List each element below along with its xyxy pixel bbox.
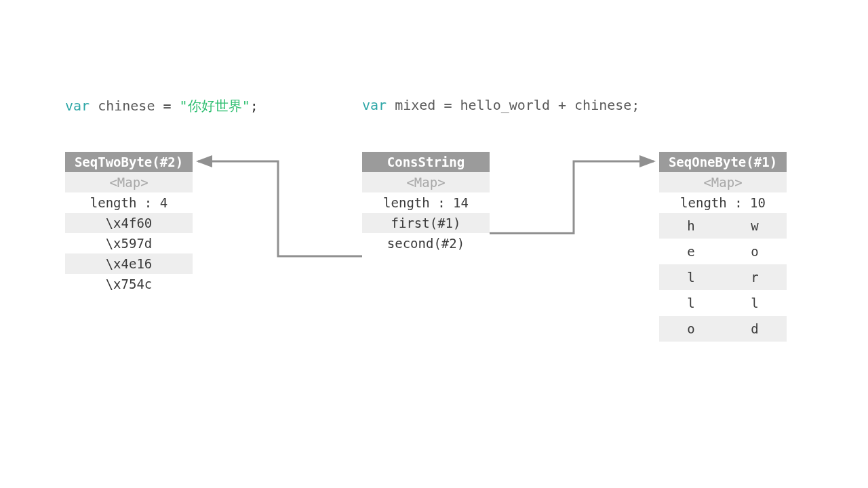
box-row-length: length : 10 [659, 192, 787, 213]
box-row-byte: \x754c [65, 274, 193, 294]
char-cell: o [659, 319, 723, 339]
box-row-map: <Map> [659, 172, 787, 192]
box-row-chars: lr [659, 264, 787, 290]
keyword-var: var [65, 98, 90, 114]
box-row-chars: ll [659, 290, 787, 316]
char-cell: o [723, 241, 787, 262]
box-seq-one-byte: SeqOneByte(#1) <Map> length : 10 hw eo l… [659, 152, 787, 342]
code-line-left: var chinese = "你好世界"; [65, 97, 258, 115]
string-literal-chinese: "你好世界" [180, 98, 250, 114]
box-header: SeqTwoByte(#2) [65, 152, 193, 172]
box-row-byte: \x4e16 [65, 253, 193, 274]
char-cell: h [659, 216, 723, 236]
diagram-stage: var chinese = "你好世界"; var mixed = hello_… [0, 0, 868, 488]
char-cell: l [723, 293, 787, 313]
box-header: SeqOneByte(#1) [659, 152, 787, 172]
char-cell: e [659, 241, 723, 262]
code-eq: = [163, 98, 180, 114]
box-row-byte: \x4f60 [65, 213, 193, 233]
code-concat-expr: mixed = hello_world + chinese; [387, 97, 639, 113]
box-row-chars: hw [659, 213, 787, 239]
box-seq-two-byte: SeqTwoByte(#2) <Map> length : 4 \x4f60 \… [65, 152, 193, 294]
box-row-map: <Map> [362, 172, 490, 192]
char-cell: d [723, 319, 787, 339]
keyword-var: var [362, 97, 387, 113]
char-cell: l [659, 293, 723, 313]
arrow-first-to-seqonebyte [490, 161, 654, 233]
code-line-right: var mixed = hello_world + chinese; [362, 97, 639, 113]
char-cell: r [723, 267, 787, 287]
code-ident-chinese: chinese [90, 98, 163, 114]
box-header: ConsString [362, 152, 490, 172]
box-row-map: <Map> [65, 172, 193, 192]
char-cell: w [723, 216, 787, 236]
box-row-byte: \x597d [65, 233, 193, 253]
box-row-chars: od [659, 316, 787, 342]
box-row-first: first(#1) [362, 213, 490, 233]
box-row-length: length : 14 [362, 192, 490, 213]
arrow-second-to-seqtwobyte [198, 161, 362, 256]
code-semicolon: ; [250, 98, 258, 114]
box-cons-string: ConsString <Map> length : 14 first(#1) s… [362, 152, 490, 253]
char-cell: l [659, 267, 723, 287]
box-row-second: second(#2) [362, 233, 490, 253]
box-row-length: length : 4 [65, 192, 193, 213]
box-row-chars: eo [659, 239, 787, 264]
